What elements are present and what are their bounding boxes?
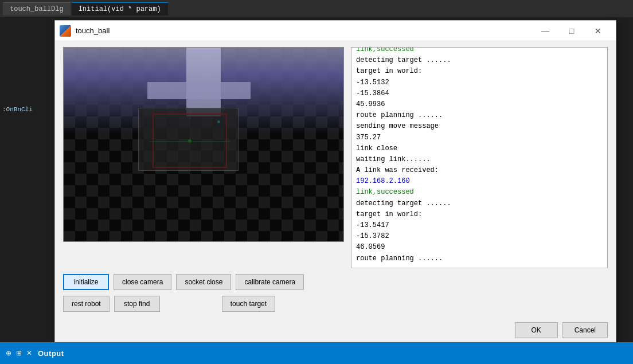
log-entry: -15.3782 [356,231,603,242]
left-sidebar: :OnBnCli [0,20,54,344]
log-entry: A link was received: [356,165,603,176]
calibrate-camera-button[interactable]: calibrate camera [236,274,304,290]
camera-view [63,47,344,242]
close-button[interactable]: ✕ [585,23,611,39]
log-entry: 192.168.2.160 [356,176,603,187]
socket-close-button[interactable]: socket close [176,274,231,290]
log-entry: -13.5132 [356,77,603,88]
log-entry: -15.3864 [356,88,603,99]
minimize-button[interactable]: — [532,23,558,39]
log-panel: link,successeddetecting target ......tar… [351,47,608,268]
log-entry: target in world: [356,66,603,77]
dialog-titlebar: touch_ball — □ ✕ [55,21,616,41]
stop-find-button[interactable]: stop find [114,296,160,312]
log-entry: sending move message [356,121,603,132]
initialize-button[interactable]: initialize [63,274,109,290]
log-content[interactable]: link,successeddetecting target ......tar… [351,48,607,268]
log-entry: -13.5417 [356,220,603,231]
cancel-button[interactable]: Cancel [562,322,608,338]
editor-tab-bar: touch_ballDlg Initial(vid * param) [0,0,633,17]
button-row-1: initialize close camera socket close cal… [63,274,608,290]
dark-panel [138,108,239,171]
log-entry: route planning ...... [356,110,603,121]
log-entry: 46.0569 [356,242,603,253]
touch-ball-dialog: touch_ball — □ ✕ [54,20,616,347]
output-bar: ⊕ ⊞ ✕ Output [0,342,633,364]
dialog-body: link,successeddetecting target ......tar… [55,41,616,346]
dialog-app-icon [60,25,71,37]
log-entry: 375.27 [356,132,603,143]
pin-icon: ⊕ [6,349,11,357]
close-output-icon[interactable]: ✕ [26,349,32,357]
dialog-window-controls: — □ ✕ [532,23,611,39]
log-entry: link close [356,143,603,154]
output-bar-icons: ⊕ ⊞ ✕ [6,349,32,357]
dialog-main-content: link,successeddetecting target ......tar… [63,47,608,268]
log-entry: route planning ...... [356,253,603,264]
output-title: Output [38,349,64,358]
dialog-footer: OK Cancel [63,318,608,340]
dock-icon: ⊞ [16,349,22,357]
ok-button[interactable]: OK [515,322,558,338]
log-entry: detecting target ...... [356,55,603,66]
log-entry: 45.9936 [356,99,603,110]
log-entry: detecting target ...... [356,198,603,209]
robot-arm-horizontal [147,82,251,99]
restore-button[interactable]: □ [558,23,585,39]
editor-tab-initial[interactable]: Initial(vid * param) [72,2,168,15]
log-entry: waiting link...... [356,154,603,165]
button-row-2: rest robot stop find touch target [63,296,608,312]
log-entry: link,successed [356,48,603,55]
touch-target-button[interactable]: touch target [222,296,275,312]
log-entry: link,successed [356,187,603,198]
dialog-title: touch_ball [76,26,528,35]
close-camera-button[interactable]: close camera [114,274,171,290]
editor-tab-touch-ball[interactable]: touch_ballDlg [3,2,71,15]
rest-robot-button[interactable]: rest robot [63,296,110,312]
log-entry: target in world: [356,209,603,220]
